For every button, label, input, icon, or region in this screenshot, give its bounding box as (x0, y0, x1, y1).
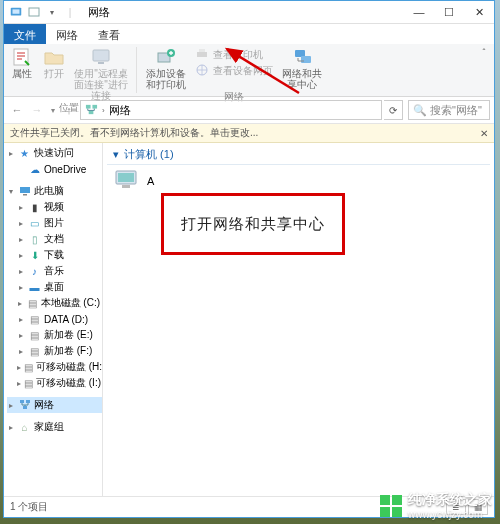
sidebar-item-downloads[interactable]: ▸⬇下载 (7, 247, 102, 263)
nav-history-dropdown[interactable]: ▾ (48, 101, 58, 119)
svg-rect-24 (122, 185, 130, 188)
pc-icon (18, 185, 31, 198)
expand-icon[interactable]: ▸ (7, 423, 15, 432)
sidebar-item-disk-c[interactable]: ▸▤本地磁盘 (C:) (7, 295, 102, 311)
svg-rect-9 (199, 49, 205, 52)
star-icon: ★ (18, 147, 31, 160)
sidebar-item-disk-f[interactable]: ▸▤新加卷 (F:) (7, 343, 102, 359)
sidebar-item-onedrive[interactable]: ☁ OneDrive (7, 161, 102, 177)
ribbon-group-location: 属性 打开 使用"远程桌面连接"进行连接 位置 (4, 44, 134, 96)
ribbon-view-printers[interactable]: 查看打印机 (191, 46, 277, 62)
nav-forward-button[interactable]: → (28, 101, 46, 119)
sidebar-item-label: 本地磁盘 (C:) (41, 296, 100, 310)
ribbon-group-network: 添加设备和打印机 查看打印机 查看设备网页 (139, 44, 329, 96)
ribbon-collapse-icon[interactable]: ˆ (474, 44, 494, 96)
search-placeholder: 搜索"网络" (430, 103, 482, 118)
sidebar-item-disk-i[interactable]: ▸▤可移动磁盘 (I:) (7, 375, 102, 391)
sidebar-item-music[interactable]: ▸♪音乐 (7, 263, 102, 279)
webpage-icon (195, 63, 209, 77)
expand-icon[interactable]: ▸ (7, 149, 15, 158)
breadcrumb-network[interactable]: 网络 (109, 103, 131, 118)
search-input[interactable]: 🔍 搜索"网络" (408, 100, 490, 120)
sidebar-item-label: 下载 (44, 248, 64, 262)
sidebar-item-network[interactable]: ▸ 网络 (7, 397, 102, 413)
sidebar-item-label: 新加卷 (E:) (44, 328, 93, 342)
ribbon-net-sharing-center[interactable]: 网络和共享中心 (277, 46, 327, 90)
qat-item-icon[interactable] (26, 4, 42, 20)
sidebar-item-label: 可移动磁盘 (H:) (36, 360, 103, 374)
watermark: 纯净系统之家 www.ycwjzy.com (380, 491, 492, 520)
svg-rect-14 (86, 104, 91, 108)
ribbon-view-device-page[interactable]: 查看设备网页 (191, 62, 277, 78)
music-icon: ♪ (28, 265, 41, 278)
ribbon: 属性 打开 使用"远程桌面连接"进行连接 位置 (4, 44, 494, 97)
ribbon-separator (136, 47, 137, 93)
titlebar: ▾ | 网络 — ☐ ✕ (4, 1, 494, 24)
svg-rect-18 (23, 194, 27, 196)
explorer-window: ▾ | 网络 — ☐ ✕ 文件 网络 查看 属性 (3, 0, 495, 518)
sidebar-item-label: 音乐 (44, 264, 64, 278)
svg-rect-8 (197, 52, 207, 57)
sidebar-item-videos[interactable]: ▸▮视频 (7, 199, 102, 215)
ribbon-open[interactable]: 打开 (38, 46, 70, 79)
sidebar-item-pictures[interactable]: ▸▭图片 (7, 215, 102, 231)
status-item-count: 1 个项目 (10, 500, 48, 514)
sidebar-item-desktop[interactable]: ▸▬桌面 (7, 279, 102, 295)
close-button[interactable]: ✕ (464, 1, 494, 23)
breadcrumb-network-label: 网络 (109, 103, 131, 118)
maximize-button[interactable]: ☐ (434, 1, 464, 23)
svg-rect-12 (301, 56, 311, 63)
window-buttons: — ☐ ✕ (404, 1, 494, 23)
sidebar-item-label: DATA (D:) (44, 314, 88, 325)
collapse-icon[interactable]: ▾ (7, 187, 15, 196)
address-bar[interactable]: › 网络 (80, 100, 382, 120)
sidebar-item-disk-h[interactable]: ▸▤可移动磁盘 (H:) (7, 359, 102, 375)
svg-rect-5 (98, 62, 104, 64)
sidebar-item-homegroup[interactable]: ▸ ⌂ 家庭组 (7, 419, 102, 435)
sidebar-item-label: 新加卷 (F:) (44, 344, 92, 358)
info-bar-close-icon[interactable]: ✕ (480, 128, 488, 139)
svg-rect-16 (89, 110, 94, 114)
sidebar-item-label: 网络 (34, 398, 54, 412)
tab-view[interactable]: 查看 (88, 24, 130, 44)
properties-icon (10, 46, 34, 68)
minimize-button[interactable]: — (404, 1, 434, 23)
sidebar-item-label: 文档 (44, 232, 64, 246)
annotation-callout-text: 打开网络和共享中心 (181, 215, 325, 234)
tab-network[interactable]: 网络 (46, 24, 88, 44)
sidebar-item-label: 可移动磁盘 (I:) (36, 376, 101, 390)
sidebar-item-this-pc[interactable]: ▾ 此电脑 (7, 183, 102, 199)
svg-rect-21 (23, 406, 27, 409)
ribbon-net-sharing-label: 网络和共享中心 (281, 68, 323, 90)
sidebar-item-disk-e[interactable]: ▸▤新加卷 (E:) (7, 327, 102, 343)
nav-back-button[interactable]: ← (8, 101, 26, 119)
svg-rect-11 (295, 50, 305, 57)
quick-access-toolbar: ▾ | (4, 4, 78, 20)
nav-up-button[interactable]: ↑ (60, 101, 78, 119)
section-header-computers[interactable]: ▾ 计算机 (1) (107, 143, 490, 165)
expand-icon[interactable]: ▸ (7, 401, 15, 410)
info-bar[interactable]: 文件共享已关闭。看不到网络计算机和设备。单击更改... ✕ (4, 124, 494, 143)
qat-dropdown-icon[interactable]: ▾ (44, 4, 60, 20)
svg-rect-1 (13, 9, 20, 13)
svg-rect-20 (26, 400, 30, 403)
computer-icon (113, 169, 141, 193)
nav-refresh-button[interactable]: ⟳ (384, 100, 403, 120)
svg-rect-4 (93, 50, 109, 61)
ribbon-properties-label: 属性 (12, 68, 32, 79)
removable-disk-icon: ▤ (24, 361, 33, 374)
sidebar: ▸ ★ 快速访问 ☁ OneDrive ▾ 此电脑 ▸▮视频 ▸▭图片 ▸▯文档… (4, 143, 103, 503)
sidebar-item-disk-d[interactable]: ▸▤DATA (D:) (7, 311, 102, 327)
ribbon-properties[interactable]: 属性 (6, 46, 38, 79)
cloud-icon: ☁ (28, 163, 41, 176)
svg-rect-15 (92, 104, 97, 108)
sidebar-item-quick-access[interactable]: ▸ ★ 快速访问 (7, 145, 102, 161)
ribbon-add-device[interactable]: 添加设备和打印机 (141, 46, 191, 90)
documents-icon: ▯ (28, 233, 41, 246)
tab-file[interactable]: 文件 (4, 24, 46, 44)
sidebar-item-label: OneDrive (44, 164, 86, 175)
sidebar-item-documents[interactable]: ▸▯文档 (7, 231, 102, 247)
watermark-logo-icon (380, 495, 402, 517)
ribbon-remote-desktop[interactable]: 使用"远程桌面连接"进行连接 (70, 46, 132, 101)
remote-desktop-icon (89, 46, 113, 68)
